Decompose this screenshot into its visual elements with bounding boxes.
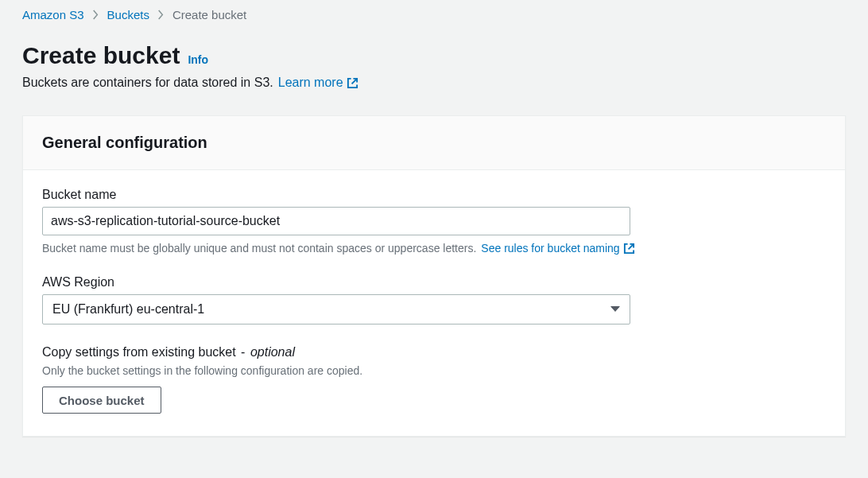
- aws-region-field: AWS Region EU (Frankfurt) eu-central-1: [42, 275, 826, 324]
- choose-bucket-button[interactable]: Choose bucket: [42, 387, 161, 414]
- copy-settings-field: Copy settings from existing bucket - opt…: [42, 345, 826, 414]
- caret-down-icon: [610, 306, 620, 313]
- bucket-name-help: Bucket name must be globally unique and …: [42, 242, 476, 255]
- aws-region-select[interactable]: EU (Frankfurt) eu-central-1: [42, 294, 630, 324]
- svg-marker-0: [610, 306, 620, 312]
- page-title: Create bucket: [22, 42, 180, 69]
- chevron-right-icon: [92, 10, 99, 20]
- aws-region-label: AWS Region: [42, 275, 826, 290]
- bucket-name-label: Bucket name: [42, 188, 826, 202]
- bucket-naming-rules-link[interactable]: See rules for bucket naming: [481, 242, 634, 255]
- learn-more-link[interactable]: Learn more: [278, 76, 358, 90]
- bucket-naming-rules-label: See rules for bucket naming: [481, 242, 619, 255]
- learn-more-label: Learn more: [278, 76, 343, 90]
- bucket-name-input[interactable]: [42, 207, 630, 235]
- info-link[interactable]: Info: [188, 53, 208, 66]
- breadcrumb-current: Create bucket: [172, 8, 246, 21]
- breadcrumb-buckets[interactable]: Buckets: [107, 8, 149, 21]
- external-link-icon: [347, 77, 358, 89]
- copy-settings-desc: Only the bucket settings in the followin…: [42, 364, 826, 377]
- breadcrumb: Amazon S3 Buckets Create bucket: [0, 0, 868, 28]
- bucket-name-field: Bucket name Bucket name must be globally…: [42, 188, 826, 255]
- general-config-panel: General configuration Bucket name Bucket…: [22, 115, 846, 437]
- copy-settings-label: Copy settings from existing bucket - opt…: [42, 345, 826, 359]
- aws-region-value: EU (Frankfurt) eu-central-1: [52, 302, 204, 317]
- breadcrumb-amazon-s3[interactable]: Amazon S3: [22, 8, 84, 21]
- chevron-right-icon: [157, 10, 165, 20]
- copy-settings-label-text: Copy settings from existing bucket: [42, 345, 236, 359]
- copy-settings-optional: optional: [250, 345, 295, 359]
- page-header: Create bucket Info Buckets are container…: [0, 28, 868, 95]
- panel-header: General configuration: [23, 116, 845, 170]
- panel-title: General configuration: [42, 134, 826, 152]
- page-description: Buckets are containers for data stored i…: [22, 76, 273, 90]
- external-link-icon: [623, 243, 635, 255]
